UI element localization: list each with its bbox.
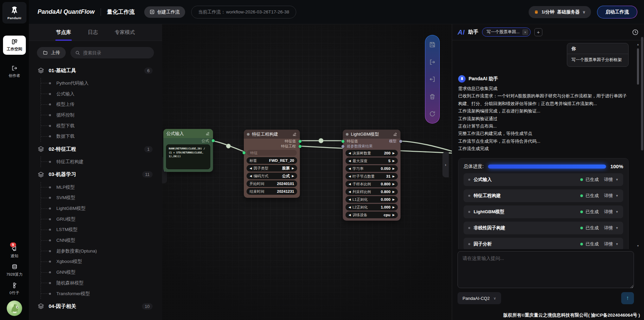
step-right-icon[interactable]: ▶ [392,198,395,201]
list-item[interactable]: 数据下载 [41,131,153,142]
node-feature-header[interactable]: 特征工程构建 [244,130,300,139]
step-left-icon[interactable]: ◀ [250,174,252,178]
step-left-icon[interactable]: ◀ [250,167,252,170]
step-right-icon[interactable]: ▶ [392,159,395,163]
tab-expert-mode[interactable]: 专家模式 [114,24,136,41]
refresh-icon[interactable] [429,110,436,117]
search-input[interactable] [83,50,149,55]
detail-link[interactable]: 详情 [604,177,613,183]
sidebar-item-creator[interactable]: 创作者 [3,65,26,78]
tab-logs[interactable]: 日志 [87,24,99,41]
step-left-icon[interactable]: ◀ [348,205,351,209]
sidebar-item-notifications[interactable]: 9 通知 [3,245,26,259]
list-item[interactable]: CNN模型 [41,235,153,246]
output-port-feature-value[interactable] [299,140,302,143]
list-item[interactable]: 循环控制 [41,110,153,121]
chat-input[interactable] [458,251,634,288]
chat-area[interactable]: 你 写一个股票单因子分析框架 PandaAI 助手 需求信息已收集完成已收到工作… [452,40,635,249]
tab-node-library[interactable]: 节点库 [55,24,72,41]
chat-session-tab[interactable]: 写一个股票单因... × [482,28,531,37]
app-logo[interactable]: PandaAI [2,2,26,24]
step-left-icon[interactable]: ◀ [348,151,351,155]
export-icon[interactable] [429,59,436,65]
detail-link[interactable]: 详情 [604,225,613,231]
import-icon[interactable] [429,76,436,83]
param-field[interactable]: ◀列采样比例0.800▶ [345,188,398,195]
param-field[interactable]: ◀决策树数量200▶ [345,150,398,156]
create-workflow-button[interactable]: 创建工作流 [144,6,185,18]
param-field[interactable]: ◀L2正则化1.000▶ [345,204,398,211]
history-clock-icon[interactable] [632,29,639,36]
param-field[interactable]: ◀L1正则化0.000▶ [345,196,398,203]
param-field[interactable]: 开始时间20240101 [247,180,297,187]
server-selector[interactable]: 1/分钟 基础服务器 ∨ [529,6,591,18]
node-lightgbm[interactable]: LightGBM模型 特征值 模型 超参数搜索结果 ◀决策树数量200▶◀最大深… [343,130,400,221]
feature-input-field[interactable]: 特征 [247,149,297,156]
new-chat-button[interactable]: + [534,28,542,36]
param-field[interactable]: 标签FWD_RET_20 [247,157,297,164]
step-right-icon[interactable]: ▶ [392,190,395,193]
list-item[interactable]: MLP模型 [41,182,153,193]
edit-icon[interactable] [292,132,297,136]
param-field[interactable]: 结束时间20241231 [247,188,297,195]
detail-link[interactable]: 详情 [604,209,613,215]
step-left-icon[interactable]: ◀ [348,182,351,186]
step-right-icon[interactable]: ▶ [392,213,395,217]
step-left-icon[interactable]: ◀ [348,167,351,170]
list-item[interactable]: 随机森林模型 [41,278,153,288]
list-item[interactable]: 特征工程构建 [41,156,153,167]
ai-panel-expand-handle[interactable]: › [442,152,449,177]
category-header[interactable]: 03-机器学习11 [38,167,153,182]
list-item[interactable]: SVM模型 [41,193,153,203]
input-port-feature-value[interactable] [341,140,344,143]
step-right-icon[interactable]: ▶ [292,174,294,178]
scroll-up-icon[interactable]: ▲ [637,43,639,46]
param-field[interactable]: ◀因子类型股票▶ [247,165,297,172]
step-left-icon[interactable]: ◀ [348,213,351,217]
node-formula-input[interactable]: 公式输入 公式 RANK(RETURNS(CLOSE,20) / (1 + ST… [163,129,213,172]
list-item[interactable]: Transformer模型 [41,288,153,299]
list-item[interactable]: GRU模型 [41,214,153,225]
list-item[interactable]: 公式输入 [41,89,153,99]
param-field[interactable]: ◀最大深度5▶ [345,157,398,164]
list-item[interactable]: GNN模型 [41,267,153,278]
detail-link[interactable]: 详情 [604,241,613,247]
output-port-model[interactable] [399,140,402,143]
upload-button[interactable]: 上传 [37,47,66,58]
step-right-icon[interactable]: ▶ [392,167,395,170]
list-item[interactable]: 模型上传 [41,99,153,110]
category-header[interactable]: 01-基础工具6 [38,63,153,78]
param-field[interactable]: ◀编码方式公式▶ [247,173,297,179]
user-avatar[interactable] [7,301,22,316]
chat-scrollbar-thumb[interactable] [637,48,639,85]
list-item[interactable]: 超参数搜索(Optuna) [41,246,153,257]
step-right-icon[interactable]: ▶ [392,175,395,178]
step-left-icon[interactable]: ◀ [348,175,351,178]
step-right-icon[interactable]: ▶ [392,182,395,186]
step-right-icon[interactable]: ▶ [392,151,395,155]
node-lgbm-header[interactable]: LightGBM模型 [343,130,400,139]
resize-grip-icon[interactable] [630,285,633,288]
scroll-down-icon[interactable]: ▼ [637,244,639,247]
close-icon[interactable]: × [522,29,528,35]
edit-icon[interactable] [393,132,397,136]
formula-code[interactable]: RANK(RETURNS(CLOSE,20) / (1 + STD(RETURN… [166,144,210,169]
step-left-icon[interactable]: ◀ [348,159,351,163]
workflow-canvas[interactable]: 公式输入 公式 RANK(RETURNS(CLOSE,20) / (1 + ST… [162,24,452,320]
list-item[interactable]: LightGBM模型 [41,203,153,214]
output-port-feature-eng[interactable] [299,145,302,148]
param-field[interactable]: ◀叶子节点数量31▶ [345,173,398,180]
step-left-icon[interactable]: ◀ [348,190,351,193]
step-left-icon[interactable]: ◀ [348,198,351,201]
start-workflow-button[interactable]: 启动工作流 [597,6,637,18]
edit-icon[interactable] [206,131,210,136]
trash-icon[interactable] [429,93,436,100]
input-port-hyperparam[interactable] [341,145,344,148]
chat-scrollbar[interactable]: ▲ ▼ [636,43,640,247]
list-item[interactable]: Xgboost模型 [41,257,153,267]
param-field[interactable]: ◀训练设备cpu▶ [345,212,398,218]
input-port-feature[interactable] [243,151,246,154]
category-header[interactable]: 04-因子相关10 [38,299,153,314]
node-feature-engineering[interactable]: 特征工程构建 特征值 特征工程 特征 标签FWD_RET_20◀因子类型股票▶◀… [244,130,300,198]
node-formula-header[interactable]: 公式输入 [163,129,213,138]
